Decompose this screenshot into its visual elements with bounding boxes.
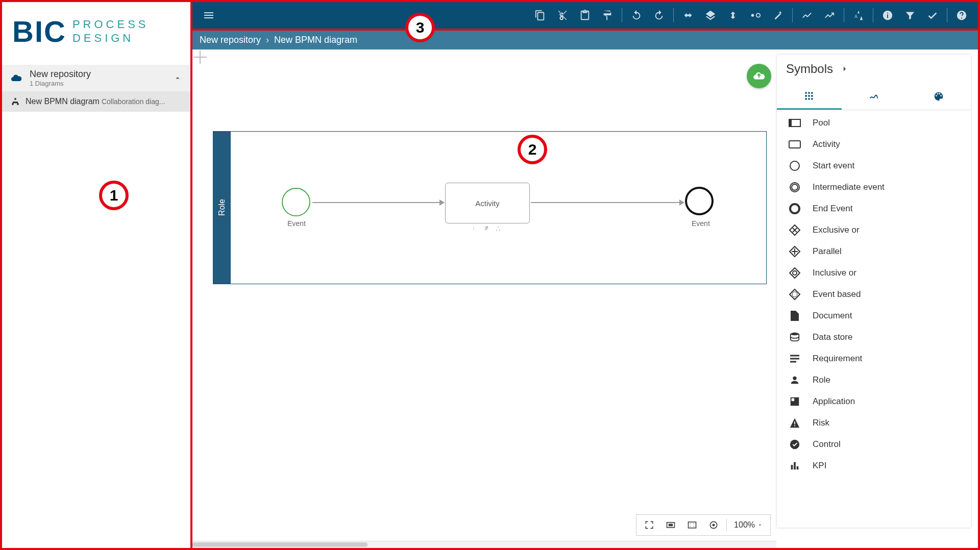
redo-button[interactable]	[648, 4, 670, 27]
hspace-button[interactable]	[677, 4, 699, 27]
end-event-label: Event	[692, 219, 710, 228]
symbol-item-activity[interactable]: Activity	[777, 134, 971, 155]
symbol-item-role[interactable]: Role	[777, 369, 971, 391]
center-button[interactable]	[705, 516, 722, 534]
vspace-button[interactable]	[722, 4, 744, 27]
symbols-tab-palette[interactable]	[906, 83, 971, 110]
bpmn-pool[interactable]: Role Event Activity Event	[213, 131, 767, 284]
chevron-right-icon: ›	[266, 35, 269, 45]
canvas[interactable]: Role Event Activity Event	[192, 49, 978, 548]
activity-label: Activity	[475, 199, 500, 208]
translate-button[interactable]	[847, 4, 870, 27]
svg-point-21	[690, 523, 691, 524]
filter-button[interactable]	[899, 4, 921, 27]
attachment-icon	[483, 226, 489, 232]
database-icon	[788, 331, 801, 344]
line-button[interactable]	[796, 4, 818, 27]
annotation-marker-2: 2	[518, 135, 547, 164]
wand-button[interactable]	[767, 4, 789, 27]
symbol-item-data-store[interactable]: Data store	[777, 327, 971, 348]
svg-point-13	[791, 333, 799, 336]
end-event[interactable]	[685, 187, 714, 215]
symbol-item-document[interactable]: Document	[777, 305, 971, 327]
svg-point-0	[751, 14, 754, 17]
svg-point-7	[790, 161, 799, 170]
main: New repository › New BPMN diagram Role E…	[192, 2, 978, 548]
cloud-icon	[10, 72, 22, 84]
toolbar-separator	[792, 8, 793, 22]
svg-point-24	[694, 526, 695, 527]
annotation-marker-1: 1	[99, 181, 129, 210]
zoom-level[interactable]: 100%	[731, 520, 766, 530]
sequence-flow[interactable]	[312, 202, 444, 203]
symbol-item-intermediate-event[interactable]: Intermediate event	[777, 177, 971, 198]
toolbar-separator	[873, 8, 873, 22]
svg-point-11	[793, 271, 797, 275]
symbol-item-inclusive-or[interactable]: Inclusive or	[777, 262, 971, 284]
svg-point-9	[792, 184, 798, 190]
fullscreen-button[interactable]	[641, 516, 658, 534]
symbol-item-requirement[interactable]: Requirement	[777, 348, 971, 369]
undo-button[interactable]	[625, 4, 648, 27]
symbol-item-risk[interactable]: Risk	[777, 412, 971, 434]
toolbar	[192, 2, 978, 31]
activity-task[interactable]: Activity	[445, 183, 530, 223]
svg-point-10	[790, 204, 799, 213]
svg-rect-6	[789, 141, 800, 148]
role-icon	[788, 373, 801, 387]
info-button[interactable]	[876, 4, 899, 27]
svg-rect-19	[669, 524, 673, 527]
cut-button[interactable]	[551, 4, 574, 27]
menu-button[interactable]	[198, 4, 220, 27]
logo-text: BIC	[12, 14, 66, 48]
symbol-item-application[interactable]: Application	[777, 391, 971, 412]
svg-point-1	[756, 13, 760, 17]
risk-icon	[788, 416, 801, 430]
breadcrumb-root[interactable]: New repository	[200, 35, 261, 45]
svg-point-14	[793, 377, 796, 380]
pool-label: Role	[213, 132, 231, 284]
chevron-up-icon	[173, 73, 182, 83]
layers-button[interactable]	[699, 4, 722, 27]
paste-button[interactable]	[574, 4, 596, 27]
trend-button[interactable]	[818, 4, 841, 27]
symbol-item-parallel[interactable]: Parallel	[777, 241, 971, 262]
symbols-tab-freehand[interactable]	[842, 83, 906, 110]
symbols-tab-grid[interactable]	[777, 83, 842, 110]
logo: BIC PROCESS DESIGN	[2, 2, 190, 65]
symbol-item-start-event[interactable]: Start event	[777, 155, 971, 177]
symbols-header[interactable]: Symbols	[777, 55, 971, 83]
repo-header[interactable]: New repository 1 Diagrams	[2, 65, 190, 91]
symbol-item-kpi[interactable]: KPI	[777, 455, 971, 477]
symbol-item-exclusive-or[interactable]: Exclusive or	[777, 219, 971, 241]
symbol-item-event-based[interactable]: Event based	[777, 284, 971, 305]
start-event[interactable]	[282, 188, 310, 216]
symbol-item-pool[interactable]: Pool	[777, 112, 971, 134]
check-button[interactable]	[921, 4, 944, 27]
upload-fab[interactable]	[747, 64, 771, 88]
repo-count: 1 Diagrams	[30, 80, 91, 87]
sequence-flow[interactable]	[531, 202, 684, 203]
format-button[interactable]	[596, 4, 619, 27]
copy-button[interactable]	[529, 4, 551, 27]
symbol-item-end-event[interactable]: End Event	[777, 198, 971, 219]
help-button[interactable]	[950, 4, 973, 27]
svg-point-17	[790, 440, 799, 449]
diagram-name: New BPMN diagram	[26, 97, 100, 106]
sidebar-diagram-item[interactable]: New BPMN diagram Collaboration diag...	[2, 91, 190, 112]
svg-point-22	[694, 523, 695, 524]
breadcrumb-current[interactable]: New BPMN diagram	[274, 35, 357, 45]
info-icon	[471, 226, 477, 232]
xor-gateway-icon	[788, 223, 801, 237]
kpi-icon	[788, 459, 801, 472]
logo-tagline-1: PROCESS	[72, 18, 149, 31]
symbols-title: Symbols	[786, 62, 833, 76]
toolbar-separator	[622, 8, 622, 22]
keyframe-button[interactable]	[744, 4, 767, 27]
fit-width-button[interactable]	[662, 516, 679, 534]
symbol-item-control[interactable]: Control	[777, 434, 971, 455]
zoom-bar: 100%	[636, 514, 771, 536]
horizontal-scrollbar[interactable]	[192, 541, 776, 548]
fit-page-button[interactable]	[683, 516, 701, 534]
origin-marker	[193, 51, 207, 64]
